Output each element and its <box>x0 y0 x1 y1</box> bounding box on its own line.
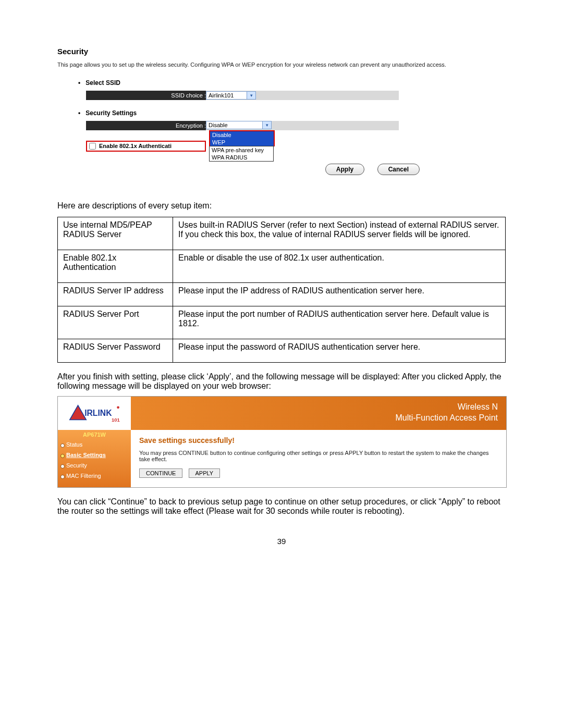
nav-status[interactable]: Status <box>58 439 131 450</box>
desc-val: Enable or disable the use of 802.1x user… <box>173 250 506 283</box>
encryption-option[interactable]: Disable <box>210 131 274 139</box>
chevron-down-icon: ▾ <box>262 121 271 129</box>
encryption-table: Encryption : Disable ▾ Enable 802.1x Aut… <box>86 121 399 162</box>
encryption-value: Disable <box>209 122 228 128</box>
svg-text:IRLINK: IRLINK <box>84 408 112 417</box>
desc-val: Uses built-in RADIUS Server (refer to ne… <box>173 217 506 250</box>
ssid-select[interactable]: Airlink101 ▾ <box>206 91 256 100</box>
router-panel: IRLINK 101 Wireless N Multi-Function Acc… <box>57 396 507 488</box>
ssid-value: Airlink101 <box>209 92 234 98</box>
desc-key: Use internal MD5/PEAP RADIUS Server <box>58 217 173 250</box>
encryption-label: Encryption : <box>86 121 206 130</box>
nav-security[interactable]: Security <box>58 460 131 471</box>
intro-text: Here are descriptions of every setup ite… <box>57 201 506 211</box>
router-model: AP671W <box>58 430 131 439</box>
save-success-title: Save settings successfully! <box>139 436 498 445</box>
encryption-option[interactable]: WPA pre-shared key <box>210 146 273 154</box>
page-number: 39 <box>57 537 506 546</box>
enable-8021x-label: Enable 802.1x Authenticati <box>99 143 172 149</box>
save-success-text: You may press CONTINUE button to continu… <box>139 450 498 462</box>
chevron-down-icon: ▾ <box>247 92 255 99</box>
table-row: Use internal MD5/PEAP RADIUS Server Uses… <box>58 217 506 250</box>
select-ssid-heading: Select SSID <box>78 79 506 87</box>
airlink-logo: IRLINK 101 <box>58 397 131 430</box>
encryption-option[interactable]: WEP <box>210 139 274 146</box>
table-row: RADIUS Server IP address Please input th… <box>58 283 506 306</box>
enable-8021x-checkbox[interactable] <box>89 143 96 150</box>
desc-key: RADIUS Server Password <box>58 339 173 363</box>
description-table: Use internal MD5/PEAP RADIUS Server Uses… <box>57 217 506 363</box>
security-description: This page allows you to set up the wirel… <box>57 61 506 69</box>
svg-point-2 <box>117 406 119 409</box>
svg-text:101: 101 <box>112 416 120 422</box>
router-banner: Wireless N Multi-Function Access Point <box>131 397 506 430</box>
encryption-option[interactable]: WPA RADIUS <box>210 154 273 161</box>
encryption-select[interactable]: Disable ▾ <box>206 121 272 129</box>
nav-mac-filtering[interactable]: MAC Filtering <box>58 471 131 481</box>
encryption-dropdown-list-rest[interactable]: WPA pre-shared key WPA RADIUS <box>209 146 274 162</box>
apply-button[interactable]: Apply <box>325 164 364 175</box>
desc-key: Enable 802.1x Authentication <box>58 250 173 283</box>
continue-button[interactable]: CONTINUE <box>139 468 182 478</box>
nav-basic-settings[interactable]: Basic Settings <box>58 450 131 460</box>
desc-val: Please input the port number of RADIUS a… <box>173 306 506 339</box>
ssid-label: SSID choice : <box>86 91 206 100</box>
desc-key: RADIUS Server Port <box>58 306 173 339</box>
after-text: After you finish with setting, please cl… <box>57 372 506 391</box>
table-row: RADIUS Server Port Please input the port… <box>58 306 506 339</box>
apply-button-inner[interactable]: APPLY <box>189 468 221 478</box>
desc-key: RADIUS Server IP address <box>58 283 173 306</box>
ssid-table: SSID choice : Airlink101 ▾ <box>86 91 399 100</box>
banner-line2: Multi-Function Access Point <box>139 413 498 424</box>
encryption-dropdown-list[interactable]: Disable WEP <box>209 130 275 146</box>
security-settings-heading: Security Settings <box>78 109 506 117</box>
cancel-button[interactable]: Cancel <box>377 164 420 175</box>
desc-val: Please input the password of RADIUS auth… <box>173 339 506 363</box>
banner-line1: Wireless N <box>139 402 498 413</box>
table-row: Enable 802.1x Authentication Enable or d… <box>58 250 506 283</box>
security-heading: Security <box>57 47 506 56</box>
enable-8021x-row: Enable 802.1x Authenticati <box>86 141 206 152</box>
router-nav: AP671W Status Basic Settings Security MA… <box>58 430 131 487</box>
closing-text: You can click “Continue” to back to prev… <box>57 497 506 516</box>
desc-val: Please input the IP address of RADIUS au… <box>173 283 506 306</box>
table-row: RADIUS Server Password Please input the … <box>58 339 506 363</box>
